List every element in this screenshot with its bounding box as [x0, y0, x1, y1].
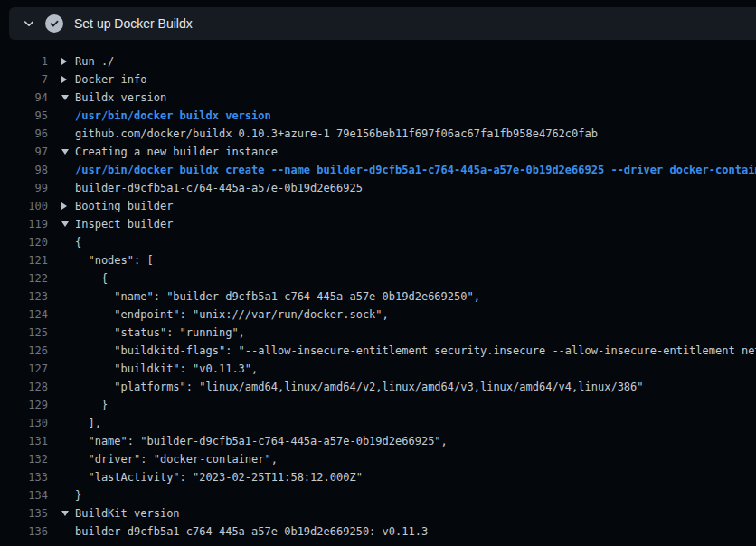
- line-number[interactable]: 95: [0, 107, 48, 125]
- log-output-text: {: [75, 269, 108, 287]
- check-circle-icon: [45, 14, 63, 33]
- log-line: 125 "status": "running",: [0, 324, 756, 342]
- line-number[interactable]: 122: [0, 269, 48, 287]
- line-number[interactable]: 135: [0, 504, 48, 522]
- log-line: 126 "buildkitd-flags": "--allow-insecure…: [0, 342, 756, 360]
- group-title-text: Docker info: [75, 71, 146, 89]
- disclosure-slot: [61, 511, 75, 516]
- line-number[interactable]: 126: [0, 342, 48, 360]
- line-number[interactable]: 99: [0, 179, 48, 197]
- line-number[interactable]: 119: [0, 215, 48, 233]
- line-number[interactable]: 124: [0, 306, 48, 324]
- group-title-text: Inspect builder: [75, 215, 173, 233]
- log-output-text: ],: [75, 414, 101, 432]
- group-title-text: Booting builder: [75, 197, 173, 215]
- log-line: 123 "name": "builder-d9cfb5a1-c764-445a-…: [0, 287, 756, 306]
- actions-log-viewer: Set up Docker Buildx 1Run ./7Docker info…: [0, 0, 756, 546]
- log-line: 131 "name": "builder-d9cfb5a1-c764-445a-…: [0, 432, 756, 450]
- triangle-down-icon[interactable]: [61, 149, 69, 155]
- line-number[interactable]: 96: [0, 125, 48, 143]
- log-line: 129 }: [0, 396, 756, 414]
- log-group-line[interactable]: 1Run ./: [0, 52, 756, 71]
- log-line: 133 "lastActivity": "2023-02-25T11:58:12…: [0, 468, 756, 486]
- line-number[interactable]: 125: [0, 324, 48, 342]
- line-number[interactable]: 7: [0, 71, 48, 89]
- log-output-text: "driver": "docker-container",: [75, 450, 278, 468]
- log-output-text: "buildkit": "v0.11.3",: [75, 360, 258, 378]
- triangle-right-icon[interactable]: [61, 202, 67, 210]
- triangle-down-icon[interactable]: [61, 221, 69, 227]
- triangle-down-icon[interactable]: [61, 511, 69, 516]
- triangle-right-icon[interactable]: [61, 76, 67, 83]
- disclosure-slot: [61, 221, 75, 227]
- group-title-text: BuildKit version: [75, 504, 180, 522]
- log-line: 134}: [0, 486, 756, 504]
- log-group-line[interactable]: 97Creating a new builder instance: [0, 143, 756, 161]
- log-output-text: "lastActivity": "2023-02-25T11:58:12.000…: [75, 468, 363, 486]
- line-number[interactable]: 127: [0, 360, 48, 378]
- log-output-text: builder-d9cfb5a1-c764-445a-a57e-0b19d2e6…: [75, 522, 428, 541]
- line-number[interactable]: 134: [0, 486, 48, 504]
- line-number[interactable]: 100: [0, 197, 48, 215]
- line-number[interactable]: 132: [0, 450, 48, 468]
- log-line: 124 "endpoint": "unix:///var/run/docker.…: [0, 306, 756, 324]
- log-line: 98/usr/bin/docker buildx create --name b…: [0, 161, 756, 179]
- log-output-text: }: [75, 486, 81, 504]
- log-line: 130 ],: [0, 414, 756, 432]
- line-number[interactable]: 131: [0, 432, 48, 450]
- group-title-text: Buildx version: [75, 89, 166, 107]
- step-header[interactable]: Set up Docker Buildx: [9, 7, 756, 40]
- log-output-text: }: [75, 396, 108, 414]
- log-group-line[interactable]: 7Docker info: [0, 71, 756, 89]
- log-line: 99builder-d9cfb5a1-c764-445a-a57e-0b19d2…: [0, 179, 756, 197]
- line-number[interactable]: 94: [0, 89, 48, 107]
- log-line: 136builder-d9cfb5a1-c764-445a-a57e-0b19d…: [0, 522, 756, 541]
- log-line: 127 "buildkit": "v0.11.3",: [0, 360, 756, 378]
- disclosure-slot: [61, 202, 75, 210]
- line-number[interactable]: 121: [0, 251, 48, 269]
- log-line: 122 {: [0, 269, 756, 287]
- triangle-down-icon[interactable]: [61, 95, 69, 100]
- disclosure-slot: [61, 58, 75, 65]
- log-line: 128 "platforms": "linux/amd64,linux/amd6…: [0, 378, 756, 396]
- log-output-text: {: [75, 233, 81, 251]
- line-number[interactable]: 97: [0, 143, 48, 161]
- log-output-text: "status": "running",: [75, 324, 245, 342]
- disclosure-slot: [61, 95, 75, 100]
- group-title-text: Run ./: [75, 52, 114, 71]
- line-number[interactable]: 136: [0, 522, 48, 541]
- log-line: 121 "nodes": [: [0, 251, 756, 269]
- line-number[interactable]: 123: [0, 287, 48, 306]
- log-group-line[interactable]: 100Booting builder: [0, 197, 756, 215]
- log-output-text: "endpoint": "unix:///var/run/docker.sock…: [75, 306, 389, 324]
- log-group-line[interactable]: 119Inspect builder: [0, 215, 756, 233]
- log-output-text: "buildkitd-flags": "--allow-insecure-ent…: [75, 342, 756, 360]
- log-output-text: "name": "builder-d9cfb5a1-c764-445a-a57e…: [75, 287, 480, 306]
- log-output-text: github.com/docker/buildx 0.10.3+azure-1 …: [75, 125, 598, 143]
- log-command-text: /usr/bin/docker buildx version: [75, 107, 271, 125]
- line-number[interactable]: 128: [0, 378, 48, 396]
- line-number[interactable]: 133: [0, 468, 48, 486]
- line-number[interactable]: 129: [0, 396, 48, 414]
- log-output-text: "platforms": "linux/amd64,linux/amd64/v2…: [75, 378, 644, 396]
- log-output-text: "nodes": [: [75, 251, 154, 269]
- line-number[interactable]: 120: [0, 233, 48, 251]
- step-title: Set up Docker Buildx: [74, 16, 193, 31]
- log-output-text: builder-d9cfb5a1-c764-445a-a57e-0b19d2e6…: [75, 179, 363, 197]
- log-line: 120{: [0, 233, 756, 251]
- disclosure-slot: [61, 76, 75, 83]
- log-line: 96github.com/docker/buildx 0.10.3+azure-…: [0, 125, 756, 143]
- disclosure-slot: [61, 149, 75, 155]
- line-number[interactable]: 1: [0, 52, 48, 71]
- log-output-text: "name": "builder-d9cfb5a1-c764-445a-a57e…: [75, 432, 448, 450]
- log-line: 95/usr/bin/docker buildx version: [0, 107, 756, 125]
- line-number[interactable]: 98: [0, 161, 48, 179]
- log-lines: 1Run ./7Docker info94Buildx version95/us…: [0, 40, 756, 546]
- chevron-down-icon: [22, 16, 36, 31]
- line-number[interactable]: 130: [0, 414, 48, 432]
- log-line: 132 "driver": "docker-container",: [0, 450, 756, 468]
- triangle-right-icon[interactable]: [61, 58, 67, 65]
- log-group-line[interactable]: 94Buildx version: [0, 89, 756, 107]
- group-title-text: Creating a new builder instance: [75, 143, 278, 161]
- log-group-line[interactable]: 135BuildKit version: [0, 504, 756, 522]
